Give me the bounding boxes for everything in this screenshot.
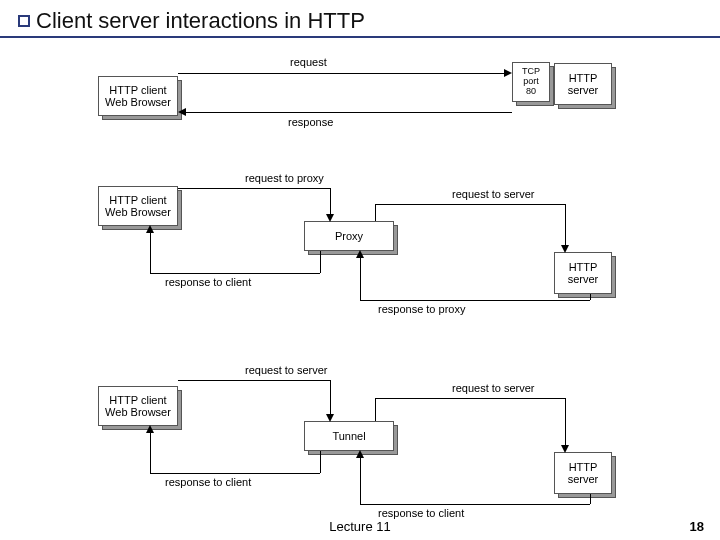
d3-resp2-v1: [320, 451, 321, 473]
d3-tunnel-box: Tunnel: [304, 421, 394, 451]
d2-proxy-box: Proxy: [304, 221, 394, 251]
d3-resp1-arrow-icon: [356, 450, 364, 458]
d2-server-box: HTTP server: [554, 252, 612, 294]
d1-response-line: [186, 112, 512, 113]
d2-req-proxy-label: request to proxy: [245, 172, 324, 184]
d3-req1-v: [330, 380, 331, 414]
d1-response-arrow-icon: [178, 108, 186, 116]
d3-resp1-h: [360, 504, 590, 505]
d2-req-server-label: request to server: [452, 188, 535, 200]
d3-req2-label: request to server: [452, 382, 535, 394]
d2-client-box: HTTP client Web Browser: [98, 186, 178, 226]
bullet-icon: [18, 15, 30, 27]
d3-resp2-arrow-icon: [146, 425, 154, 433]
d2-resp-client-h: [150, 273, 320, 274]
d3-req1-label: request to server: [245, 364, 328, 376]
d3-req2-h: [375, 398, 565, 399]
d3-resp1-label: response to client: [378, 507, 464, 519]
d1-port-box: TCP port 80: [512, 62, 550, 102]
d2-resp-proxy-arrow-icon: [356, 250, 364, 258]
d3-resp2-h: [150, 473, 320, 474]
d3-client-box: HTTP client Web Browser: [98, 386, 178, 426]
slide-title: Client server interactions in HTTP: [36, 8, 365, 34]
d2-resp-proxy-label: response to proxy: [378, 303, 465, 315]
d2-req-server-h: [375, 204, 565, 205]
d3-req2-v1: [375, 398, 376, 421]
d2-resp-client-v1: [320, 251, 321, 273]
d3-req1-h: [178, 380, 330, 381]
d2-req-server-v2: [565, 204, 566, 245]
d1-response-label: response: [288, 116, 333, 128]
d3-req1-arrow-icon: [326, 414, 334, 422]
d2-resp-client-arrow-icon: [146, 225, 154, 233]
d3-resp1-v0: [590, 494, 591, 504]
d2-req-server-v1: [375, 204, 376, 221]
d2-req-proxy-v: [330, 188, 331, 214]
d1-request-arrow-icon: [504, 69, 512, 77]
d3-resp2-label: response to client: [165, 476, 251, 488]
d3-resp1-v: [360, 458, 361, 504]
d2-resp-proxy-v: [360, 258, 361, 300]
d3-server-box: HTTP server: [554, 452, 612, 494]
d3-req2-arrow-icon: [561, 445, 569, 453]
d3-req2-v2: [565, 398, 566, 445]
d2-resp-proxy-h: [360, 300, 590, 301]
d2-req-server-arrow-icon: [561, 245, 569, 253]
d1-server-box: HTTP server: [554, 63, 612, 105]
title-underline: [0, 36, 720, 38]
footer-page: 18: [690, 519, 704, 534]
d2-req-proxy-arrow-icon: [326, 214, 334, 222]
title-bar: Client server interactions in HTTP: [18, 8, 365, 34]
d3-resp2-v2: [150, 433, 151, 473]
d1-request-label: request: [290, 56, 327, 68]
d2-resp-client-v2: [150, 233, 151, 273]
d2-resp-client-label: response to client: [165, 276, 251, 288]
diagram-area: HTTP client Web Browser TCP port 80 HTTP…: [0, 48, 720, 514]
d1-client-box: HTTP client Web Browser: [98, 76, 178, 116]
d2-resp-proxy-v0: [590, 294, 591, 300]
footer-lecture: Lecture 11: [329, 519, 390, 534]
d1-request-line: [178, 73, 504, 74]
d2-req-proxy-h: [178, 188, 330, 189]
